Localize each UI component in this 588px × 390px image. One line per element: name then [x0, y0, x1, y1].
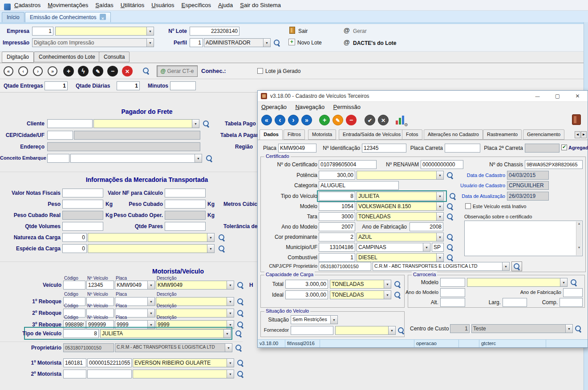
data-cadastro-input[interactable] — [507, 171, 549, 180]
reboque3-nveiculo-input[interactable] — [86, 320, 114, 329]
minutos-input[interactable] — [170, 81, 196, 90]
veiculo-codigo-input[interactable] — [63, 281, 85, 289]
situacao-combo[interactable]: Sem Restrições — [291, 315, 338, 324]
proprietario-search-button[interactable] — [511, 261, 522, 271]
dropdown-arrow-icon[interactable] — [223, 330, 231, 338]
placa-carreta-input[interactable] — [445, 144, 480, 153]
tab-fotos[interactable]: Fotos — [402, 129, 422, 140]
motorista2-combo[interactable] — [133, 370, 234, 378]
dropdown-arrow-icon[interactable] — [147, 298, 154, 306]
combustivel-num-input[interactable] — [319, 253, 355, 262]
exit-door-icon[interactable] — [289, 27, 295, 34]
centro-custo-combo[interactable]: Teste — [471, 324, 573, 333]
perfil-num-input[interactable] — [190, 38, 203, 47]
carroceria-modelo-num-input[interactable] — [440, 278, 465, 287]
combustivel-search-icon[interactable] — [446, 254, 454, 261]
tab-inicio[interactable]: Início — [2, 12, 24, 22]
dropdown-arrow-icon[interactable] — [195, 154, 202, 162]
add-button[interactable] — [63, 66, 74, 76]
carroceria-ano-modelo-input[interactable] — [440, 288, 465, 297]
confirm-button[interactable] — [365, 115, 375, 125]
dropdown-arrow-icon[interactable] — [423, 243, 430, 251]
motorista1-combo[interactable]: EVERSON RIBEIRO GULARTE — [133, 358, 234, 367]
dropdown-arrow-icon[interactable] — [565, 325, 572, 333]
placa-input[interactable] — [278, 144, 316, 153]
tipo-veiculo-search-icon[interactable] — [235, 330, 243, 338]
identificacao-input[interactable] — [362, 144, 406, 153]
menu-especificos[interactable]: Específicos — [178, 0, 215, 10]
menu-utilitarios[interactable]: Utilitários — [117, 0, 148, 10]
qtde-volumes-input[interactable] — [62, 222, 103, 231]
modelo-num-input[interactable] — [319, 202, 355, 211]
cancel-button[interactable] — [378, 115, 389, 125]
reboque2-search-icon[interactable] — [237, 310, 244, 317]
dropdown-arrow-icon[interactable] — [147, 321, 154, 329]
menu-sair-do-sistema[interactable]: Sair do Sistema — [236, 0, 284, 10]
dropdown-arrow-icon[interactable] — [227, 309, 234, 317]
num-certificado-input[interactable] — [319, 160, 377, 169]
last-record-button[interactable] — [48, 66, 57, 76]
reboque1-search-icon[interactable] — [237, 298, 244, 306]
cor-search-icon[interactable] — [446, 233, 454, 241]
dropdown-arrow-icon[interactable] — [436, 202, 443, 210]
minimize-icon[interactable] — [527, 91, 547, 102]
dropdown-arrow-icon[interactable] — [227, 298, 234, 306]
edit-button[interactable] — [93, 66, 103, 76]
tipo-veiculo-combo[interactable]: JULIETA — [357, 192, 444, 201]
endereco-input[interactable] — [47, 142, 200, 151]
previous-record-button[interactable] — [275, 115, 285, 125]
veiculo-inativo-checkbox[interactable] — [465, 203, 471, 209]
dropdown-arrow-icon[interactable] — [225, 344, 232, 352]
new-lote-icon[interactable] — [288, 39, 295, 45]
lote-input[interactable] — [190, 27, 239, 36]
dropdown-arrow-icon[interactable] — [227, 321, 234, 329]
cnpj-input[interactable] — [319, 262, 371, 271]
veiculo-placa-combo[interactable]: KMW9049 — [115, 281, 155, 289]
tara-num-input[interactable] — [319, 212, 355, 221]
dropdown-arrow-icon[interactable] — [436, 213, 443, 221]
peso-cubado-input[interactable] — [165, 200, 206, 209]
subtab-digitacao[interactable]: Digitação — [2, 52, 34, 63]
tab-filtros[interactable]: Filtros — [284, 129, 305, 140]
potencia-input[interactable] — [319, 171, 355, 180]
dropdown-arrow-icon[interactable] — [147, 309, 154, 317]
lote-gerado-checkbox[interactable] — [257, 68, 263, 74]
ano-fabricacao-input[interactable] — [410, 222, 443, 231]
textarea-scrollbar[interactable]: ▲▼ — [576, 221, 582, 255]
menu-usuarios[interactable]: Usuários — [148, 0, 178, 10]
edit-button[interactable] — [333, 115, 343, 125]
previous-record-button[interactable] — [18, 66, 28, 76]
municipio-combo[interactable]: CAMPINAS — [357, 243, 430, 252]
motorista1-doc-input[interactable] — [87, 358, 132, 367]
especie-combo[interactable] — [88, 244, 215, 253]
dropdown-arrow-icon[interactable] — [436, 233, 443, 241]
cor-combo[interactable]: AZUL — [357, 233, 444, 241]
tab-scroll-right-icon[interactable]: ► — [581, 131, 587, 138]
ideal-um-combo[interactable]: TONELADAS — [330, 290, 391, 299]
motorista2-codigo-input[interactable] — [63, 370, 86, 378]
subtab-conhecimentos[interactable]: Conhecimentos do Lote — [34, 52, 100, 62]
larg-input[interactable] — [503, 298, 527, 307]
placa-carreta2-input[interactable] — [525, 144, 560, 153]
motorista2-search-icon[interactable] — [237, 370, 244, 378]
tab-dados[interactable]: Dados — [260, 129, 283, 140]
fornecedor-search-icon[interactable] — [397, 327, 405, 334]
exit-icon[interactable] — [572, 114, 581, 125]
natureza-combo[interactable] — [88, 233, 215, 242]
dropdown-arrow-icon[interactable] — [560, 278, 567, 286]
menu-movimentacoes[interactable]: Movimentações — [44, 0, 92, 10]
tab-alteracoes[interactable]: Alterações no Cadastro — [424, 129, 483, 140]
dropdown-arrow-icon[interactable] — [146, 39, 154, 47]
close-tab-icon[interactable] — [100, 14, 106, 20]
dropdown-arrow-icon[interactable] — [388, 326, 395, 334]
at-icon[interactable]: @ — [344, 39, 350, 46]
modelo-search-icon[interactable] — [446, 203, 454, 210]
especie-search-icon[interactable] — [218, 245, 226, 253]
menu-operacao[interactable]: Operação — [258, 102, 290, 113]
chart-icon[interactable]: ⚙ — [395, 115, 406, 125]
tipo-veiculo-combo[interactable]: JULIETA — [100, 329, 231, 338]
fornecedor-combo[interactable] — [335, 326, 396, 335]
novo-lote-button[interactable]: Novo Lote — [297, 40, 322, 46]
qtade-entregas-input[interactable] — [45, 81, 68, 90]
veiculo-nveiculo-input[interactable] — [86, 281, 114, 289]
